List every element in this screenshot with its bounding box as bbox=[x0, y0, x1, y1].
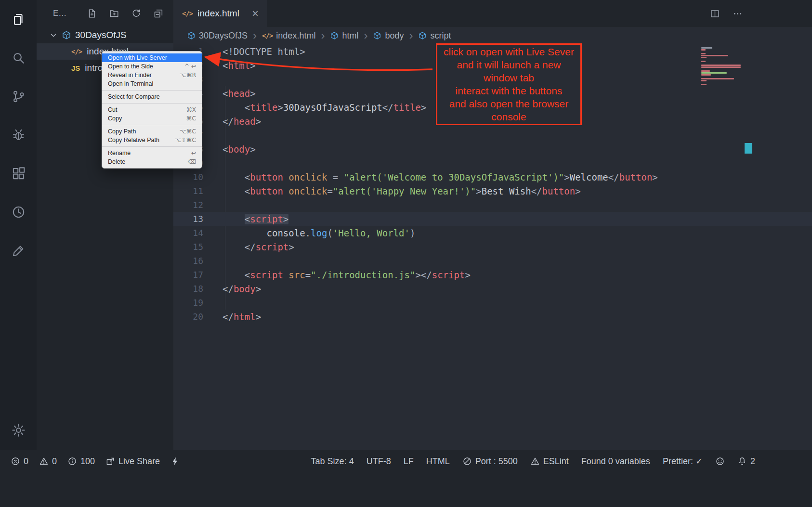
code-token: " bbox=[410, 270, 415, 280]
code-token: src bbox=[288, 270, 305, 280]
activity-feedback[interactable] bbox=[0, 231, 37, 270]
activity-history[interactable] bbox=[0, 193, 37, 231]
code-line-8[interactable]: 8<body> bbox=[173, 142, 812, 156]
menu-item-copy[interactable]: Copy⌘C bbox=[102, 114, 202, 123]
scroll-position-marker bbox=[745, 143, 752, 154]
breadcrumb-body[interactable]: body bbox=[373, 31, 404, 41]
code-line-10[interactable]: 10 <button onclick = "alert('Welcome to … bbox=[173, 170, 812, 184]
status-warnings[interactable]: 0 bbox=[39, 456, 57, 467]
minimap-line bbox=[701, 66, 741, 68]
activity-explorer[interactable] bbox=[0, 0, 37, 39]
minimap-line bbox=[701, 53, 706, 54]
breadcrumb-index-html[interactable]: </>index.html bbox=[262, 31, 315, 41]
menu-item-label: Open with Live Server bbox=[108, 54, 167, 61]
activity-extensions[interactable] bbox=[0, 154, 37, 193]
status-eslint[interactable]: ESLint bbox=[530, 456, 569, 467]
menu-item-rename[interactable]: Rename↩ bbox=[102, 149, 202, 157]
code-token: < bbox=[223, 186, 250, 196]
status-live-server-port[interactable]: Port : 5500 bbox=[462, 456, 518, 467]
minimap-line bbox=[701, 65, 741, 66]
menu-item-delete[interactable]: Delete⌫ bbox=[102, 157, 202, 166]
code-line-11[interactable]: 11 <button onclick="alert('Happy New Yea… bbox=[173, 184, 812, 198]
explorer-header: E… bbox=[37, 0, 173, 27]
code-token: onclick bbox=[288, 186, 327, 196]
status-prettier[interactable]: Prettier: ✓ bbox=[663, 456, 703, 467]
code-line-15[interactable]: 15 </script> bbox=[173, 240, 812, 254]
new-file-button[interactable] bbox=[87, 8, 97, 19]
status-language-mode[interactable]: HTML bbox=[426, 456, 450, 467]
code-token: </ bbox=[223, 116, 234, 127]
menu-item-select-for-compare[interactable]: Select for Compare bbox=[102, 92, 202, 101]
code-token bbox=[283, 186, 288, 196]
status-variables[interactable]: Found 0 variables bbox=[581, 456, 650, 467]
code-line-17[interactable]: 17 <script src="./introduction.js"></scr… bbox=[173, 268, 812, 282]
code-token: </ bbox=[608, 172, 619, 182]
folder-row-30daysofjs[interactable]: 30DaysOfJS bbox=[37, 27, 173, 43]
minimap-line bbox=[701, 80, 707, 81]
warning-icon bbox=[39, 456, 49, 466]
code-token: > bbox=[256, 312, 261, 322]
breadcrumb-script[interactable]: script bbox=[418, 31, 451, 41]
activity-source-control[interactable] bbox=[0, 77, 37, 116]
refresh-explorer-button[interactable] bbox=[131, 8, 142, 19]
menu-item-copy-path[interactable]: Copy Path⌥⌘C bbox=[102, 127, 202, 136]
close-icon[interactable]: × bbox=[252, 8, 259, 19]
line-number: 16 bbox=[173, 256, 203, 266]
code-token: > bbox=[277, 102, 283, 113]
menu-item-copy-relative-path[interactable]: Copy Relative Path⌥⇧⌘C bbox=[102, 136, 202, 144]
code-line-9[interactable]: 9 bbox=[173, 156, 812, 170]
code-token: > bbox=[250, 144, 255, 155]
code-token: button bbox=[619, 172, 653, 182]
menu-item-open-with-live-server[interactable]: Open with Live Server bbox=[102, 53, 202, 62]
code-line-18[interactable]: 18</body> bbox=[173, 282, 812, 296]
html-file-icon: </> bbox=[71, 48, 82, 55]
menu-item-label: Cut bbox=[108, 106, 117, 113]
code-token: > bbox=[250, 60, 255, 71]
new-folder-button[interactable] bbox=[109, 8, 119, 19]
line-content: <head> bbox=[223, 88, 256, 99]
folder-icon bbox=[62, 30, 71, 40]
status-notifications[interactable]: 2 bbox=[737, 456, 755, 467]
breadcrumb-30daysofjs[interactable]: 30DaysOfJS bbox=[187, 31, 248, 41]
status-feedback-smiley[interactable] bbox=[715, 456, 725, 466]
warning-icon bbox=[530, 456, 540, 466]
code-line-16[interactable]: 16 bbox=[173, 254, 812, 268]
status-tab-size[interactable]: Tab Size: 4 bbox=[311, 456, 354, 467]
status-label: 2 bbox=[750, 456, 755, 467]
menu-item-shortcut: ↩ bbox=[191, 150, 196, 156]
code-line-12[interactable]: 12 bbox=[173, 198, 812, 212]
status-live-share[interactable]: Live Share bbox=[105, 456, 160, 467]
tab-index-html[interactable]: </> index.html × bbox=[173, 0, 267, 27]
status-quick-action[interactable] bbox=[170, 456, 180, 466]
folder-label: 30DaysOfJS bbox=[75, 30, 127, 40]
activity-search[interactable] bbox=[0, 39, 37, 77]
code-line-7[interactable]: 7 bbox=[173, 128, 812, 142]
breadcrumb-html[interactable]: html bbox=[330, 31, 358, 41]
menu-item-shortcut: ⌥⌘C bbox=[180, 128, 196, 135]
port-icon bbox=[462, 456, 472, 466]
activity-run-debug[interactable] bbox=[0, 116, 37, 154]
status-info-count[interactable]: 100 bbox=[67, 456, 95, 467]
status-encoding[interactable]: UTF-8 bbox=[367, 456, 391, 467]
menu-item-reveal-in-finder[interactable]: Reveal in Finder⌥⌘R bbox=[102, 71, 202, 79]
breadcrumb-label: html bbox=[342, 31, 358, 41]
chevron-right-icon: › bbox=[364, 30, 367, 41]
menu-item-cut[interactable]: Cut⌘X bbox=[102, 105, 202, 114]
code-token: body bbox=[228, 144, 250, 155]
menu-item-open-to-the-side[interactable]: Open to the Side^ ↩ bbox=[102, 62, 202, 71]
code-token: script bbox=[250, 214, 283, 224]
status-errors[interactable]: 0 bbox=[11, 456, 28, 467]
code-line-19[interactable]: 19 bbox=[173, 296, 812, 310]
activity-settings[interactable] bbox=[11, 423, 26, 438]
more-actions-icon[interactable] bbox=[733, 9, 743, 19]
collapse-folders-button[interactable] bbox=[153, 8, 164, 19]
code-line-20[interactable]: 20</html> bbox=[173, 310, 812, 324]
split-editor-icon[interactable] bbox=[710, 9, 720, 19]
code-line-13[interactable]: 13 <script> bbox=[173, 212, 812, 226]
menu-item-open-in-terminal[interactable]: Open in Terminal bbox=[102, 79, 202, 88]
status-eol[interactable]: LF bbox=[404, 456, 414, 467]
minimap[interactable] bbox=[701, 47, 742, 85]
code-token: < bbox=[223, 88, 228, 99]
code-line-14[interactable]: 14 console.log('Hello, World') bbox=[173, 226, 812, 240]
code-token: 30DaysOfJavaScript bbox=[283, 102, 382, 113]
